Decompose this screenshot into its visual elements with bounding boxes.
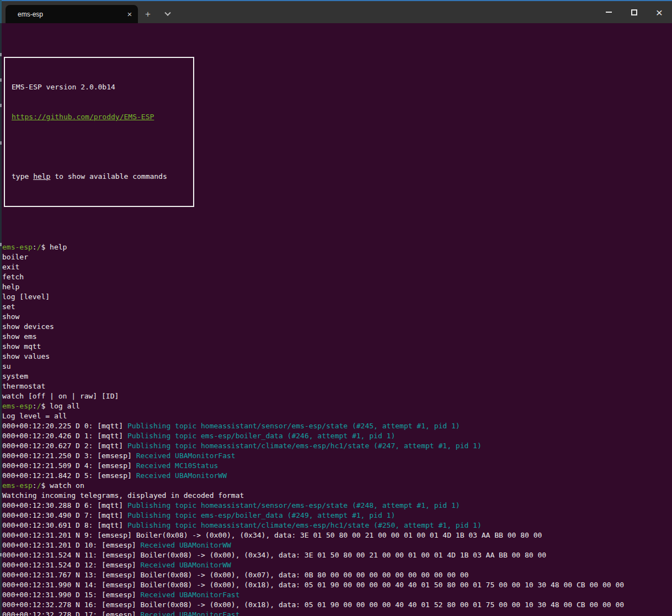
terminal-text-segment: $ log all: [41, 402, 79, 410]
terminal-lines: ems-esp:/$ helpboilerexitfetchhelplog [l…: [2, 242, 672, 616]
terminal-line: log [level]: [2, 292, 672, 302]
terminal-line: 000+00:12:30.691 D 8: [mqtt] Publishing …: [2, 521, 672, 530]
terminal-text-segment: Received UBAMonitorWW: [136, 471, 227, 480]
terminal-line: 000+00:12:32.278 N 16: [emsesp] Boiler(0…: [2, 600, 672, 610]
terminal-text-segment: 000+00:12:31.767 N 13: [emsesp] Boiler(0…: [2, 571, 468, 579]
terminal-text-segment: 000+00:12:30.288 D 6: [mqtt]: [2, 501, 127, 509]
terminal-text-segment: $ watch on: [41, 481, 84, 490]
terminal-text-segment: 000+00:12:20.225 D 0: [mqtt]: [2, 422, 127, 430]
terminal-line: fetch: [2, 272, 672, 282]
github-link[interactable]: https://github.com/proddy/EMS-ESP: [12, 113, 154, 121]
terminal-text-segment: 000+00:12:21.509 D 4: [emsesp]: [2, 461, 136, 470]
terminal-text-segment: Log level = all: [2, 412, 67, 420]
terminal-text-segment: show: [2, 312, 19, 321]
tab-close-icon[interactable]: ×: [121, 9, 138, 19]
terminal-text-segment: ems-esp: [2, 402, 33, 410]
terminal-line: 000+00:12:20.627 D 2: [mqtt] Publishing …: [2, 441, 672, 451]
terminal-line: show values: [2, 352, 672, 362]
terminal-text-segment: watch [off | on | raw] [ID]: [2, 392, 119, 400]
terminal-body[interactable]: EMS-ESP version 2.0.0b14 https://github.…: [0, 23, 672, 616]
terminal-line: 000+00:12:31.524 N 11: [emsesp] Boiler(0…: [2, 550, 672, 560]
terminal-line: 000+00:12:21.842 D 5: [emsesp] Received …: [2, 471, 672, 481]
terminal-text-segment: :: [33, 243, 37, 251]
terminal-text-segment: Publishing topic homeassistant/sensor/em…: [127, 422, 460, 430]
maximize-button[interactable]: [621, 1, 647, 23]
banner-blank-line: [12, 142, 186, 152]
terminal-line: 000+00:12:21.509 D 4: [emsesp] Received …: [2, 461, 672, 471]
terminal-line: 000+00:12:31.524 D 12: [emsesp] Received…: [2, 560, 672, 570]
terminal-text-segment: show ems: [2, 332, 37, 341]
terminal-text-segment: 000+00:12:31.990 N 14: [emsesp] Boiler(0…: [2, 581, 624, 589]
terminal-line: set: [2, 302, 672, 312]
minimize-button[interactable]: [596, 1, 621, 23]
window-accent-border: [0, 0, 672, 1]
terminal-line: Watching incoming telegrams, displayed i…: [2, 491, 672, 501]
terminal-line: 000+00:12:31.767 N 13: [emsesp] Boiler(0…: [2, 570, 672, 580]
terminal-line: show ems: [2, 332, 672, 342]
terminal-text-segment: $ help: [41, 243, 67, 251]
terminal-line: 000+00:12:31.990 N 14: [emsesp] Boiler(0…: [2, 580, 672, 590]
terminal-text-segment: Received UBAMonitorWW: [140, 541, 231, 549]
plus-icon: +: [145, 9, 151, 20]
terminal-text-segment: set: [2, 302, 15, 311]
maximize-icon: [631, 9, 637, 15]
terminal-text-segment: Received UBAMonitorFast: [140, 591, 239, 599]
terminal-text-segment: show mqtt: [2, 342, 41, 351]
terminal-text-segment: Publishing topic ems-esp/boiler_data (#2…: [127, 511, 395, 519]
titlebar[interactable]: ems-esp × + ×: [0, 1, 672, 23]
terminal-text-segment: su: [2, 362, 11, 370]
chevron-down-icon: [164, 9, 170, 15]
minimize-icon: [606, 12, 612, 13]
terminal-line: show: [2, 312, 672, 322]
terminal-line: 000+00:12:30.288 D 6: [mqtt] Publishing …: [2, 501, 672, 511]
terminal-text-segment: Received UBAMonitorFast: [136, 452, 236, 460]
terminal-text-segment: boiler: [2, 253, 28, 261]
terminal-text-segment: 000+00:12:31.524 D 12: [emsesp]: [2, 561, 140, 569]
terminal-line: exit: [2, 262, 672, 272]
terminal-text-segment: 000+00:12:32.278 D 17: [emsesp]: [2, 610, 140, 616]
terminal-text-segment: exit: [2, 263, 19, 271]
terminal-line: ems-esp:/$ log all: [2, 401, 672, 411]
terminal-text-segment: ems-esp: [2, 243, 33, 251]
terminal-line: boiler: [2, 252, 672, 262]
terminal-text-segment: Publishing topic homeassistant/sensor/em…: [127, 501, 460, 509]
close-button[interactable]: ×: [647, 1, 672, 23]
terminal-text-segment: 000+00:12:20.627 D 2: [mqtt]: [2, 442, 127, 450]
startup-banner: EMS-ESP version 2.0.0b14 https://github.…: [4, 57, 194, 207]
terminal-line: 000+00:12:31.201 N 9: [emsesp] Boiler(0x…: [2, 530, 672, 540]
tab-title: ems-esp: [6, 10, 121, 18]
terminal-text-segment: Publishing topic ems-esp/boiler_data (#2…: [127, 432, 395, 440]
terminal-text-segment: :: [33, 402, 37, 410]
terminal-text-segment: show values: [2, 352, 50, 360]
terminal-line: 000+00:12:31.990 D 15: [emsesp] Received…: [2, 590, 672, 600]
terminal-text-segment: 000+00:12:31.524 N 11: [emsesp] Boiler(0…: [2, 551, 546, 559]
terminal-line: ems-esp:/$ watch on: [2, 481, 672, 491]
banner-version: EMS-ESP version 2.0.0b14: [12, 82, 186, 92]
new-tab-button[interactable]: +: [138, 5, 158, 23]
terminal-text-segment: ems-esp: [2, 481, 33, 490]
terminal-text-segment: 000+00:12:21.250 D 3: [emsesp]: [2, 452, 136, 460]
terminal-text-segment: 000+00:12:30.490 D 7: [mqtt]: [2, 511, 127, 519]
terminal-line: Log level = all: [2, 411, 672, 421]
terminal-text-segment: log [level]: [2, 293, 50, 301]
terminal-line: 000+00:12:32.278 D 17: [emsesp] Received…: [2, 610, 672, 616]
terminal-line: su: [2, 362, 672, 371]
background-window-edge: [0, 0, 2, 616]
terminal-line: show devices: [2, 322, 672, 332]
terminal-text-segment: show devices: [2, 322, 54, 331]
tab-ems-esp[interactable]: ems-esp ×: [6, 5, 138, 23]
terminal-text-segment: 000+00:12:32.278 N 16: [emsesp] Boiler(0…: [2, 601, 624, 609]
help-command-hint: help: [33, 172, 50, 180]
terminal-line: 000+00:12:30.490 D 7: [mqtt] Publishing …: [2, 511, 672, 521]
terminal-text-segment: system: [2, 372, 28, 380]
terminal-line: 000+00:12:20.426 D 1: [mqtt] Publishing …: [2, 431, 672, 441]
terminal-text-segment: help: [2, 283, 19, 291]
window-controls: ×: [596, 1, 672, 23]
banner-hint: type help to show available commands: [12, 172, 186, 182]
terminal-text-segment: 000+00:12:31.990 D 15: [emsesp]: [2, 591, 140, 599]
terminal-text-segment: Publishing topic homeassistant/climate/e…: [127, 521, 482, 529]
terminal-line: watch [off | on | raw] [ID]: [2, 391, 672, 401]
terminal-line: thermostat: [2, 381, 672, 391]
close-icon: ×: [656, 7, 663, 18]
tab-dropdown-button[interactable]: [158, 5, 178, 23]
